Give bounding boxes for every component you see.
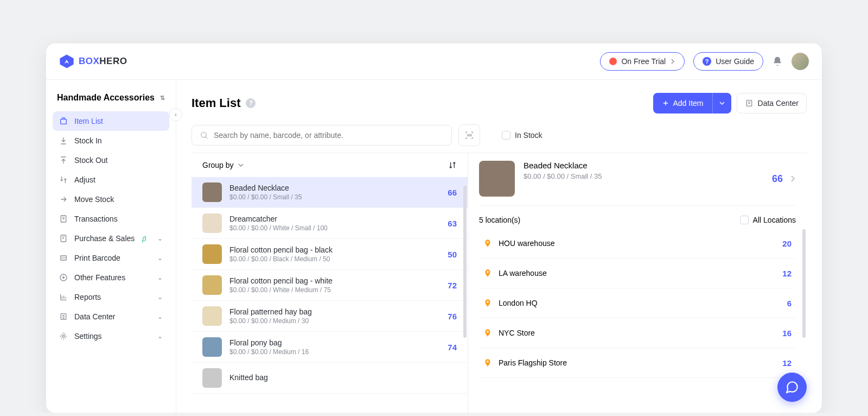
- item-row[interactable]: Knitted bag: [192, 363, 468, 394]
- svg-rect-2: [61, 119, 67, 124]
- free-trial-label: On Free Trial: [621, 57, 666, 66]
- sidebar-item-stock-in[interactable]: Stock In: [53, 131, 169, 150]
- gear-icon: [59, 332, 68, 341]
- chevron-down-icon: ⌄: [157, 254, 163, 262]
- location-count: 5 location(s): [479, 216, 520, 224]
- notifications-icon[interactable]: [772, 56, 783, 67]
- question-icon: ?: [703, 57, 711, 66]
- plus-icon: [662, 99, 669, 107]
- in-stock-filter[interactable]: In Stock: [502, 131, 542, 140]
- location-row[interactable]: Paris Flagship Store 12: [479, 348, 796, 378]
- item-row[interactable]: Dreamcatcher $0.00 / $0.00 / White / Sma…: [192, 208, 468, 239]
- sidebar-item-adjust[interactable]: Adjust: [53, 170, 169, 190]
- item-row[interactable]: Floral cotton pencil bag - black $0.00 /…: [192, 239, 468, 270]
- chevron-down-icon: [719, 100, 725, 106]
- checkbox[interactable]: [740, 216, 749, 224]
- chevron-down-icon: [238, 162, 244, 168]
- item-list[interactable]: Beaded Necklace $0.00 / $0.00 / Small / …: [192, 177, 468, 413]
- item-thumbnail: [202, 306, 222, 326]
- sort-button[interactable]: [448, 161, 457, 169]
- search-input[interactable]: [214, 131, 444, 140]
- item-meta: $0.00 / $0.00 / Black / Medium / 50: [229, 255, 440, 263]
- sidebar-item-settings[interactable]: Settings ⌄: [53, 326, 169, 346]
- chevron-right-icon[interactable]: [790, 175, 796, 182]
- data-center-button[interactable]: Data Center: [737, 93, 807, 114]
- item-meta: $0.00 / $0.00 / Small / 35: [229, 193, 440, 201]
- pin-icon: [483, 298, 492, 308]
- content-split: Group by Beaded Necklace $0.00 / $0.00 /…: [192, 153, 807, 413]
- sidebar-item-print-barcode[interactable]: Print Barcode ⌄: [53, 248, 169, 268]
- item-quantity: 63: [448, 219, 457, 228]
- free-trial-button[interactable]: On Free Trial: [600, 52, 685, 71]
- chevron-down-icon: ⌄: [157, 235, 163, 242]
- location-row[interactable]: HOU warehouse 20: [479, 229, 796, 259]
- chevron-down-icon: ⌄: [157, 274, 163, 281]
- all-locations-label: All Locations: [753, 216, 796, 224]
- user-guide-button[interactable]: ? User Guide: [693, 52, 763, 71]
- pin-icon: [483, 328, 492, 338]
- sidebar-item-transactions[interactable]: Transactions: [53, 209, 169, 229]
- location-row[interactable]: NYC Store 16: [479, 318, 796, 348]
- item-name: Beaded Necklace: [229, 184, 440, 192]
- item-thumbnail: [202, 213, 222, 233]
- add-item-dropdown[interactable]: [712, 93, 731, 114]
- database-icon: [745, 99, 754, 108]
- plus-circle-icon: [59, 273, 68, 282]
- sidebar-item-stock-out[interactable]: Stock Out: [53, 150, 169, 170]
- logo-icon: [59, 54, 74, 69]
- nav-label: Reports: [74, 293, 101, 301]
- scrollbar[interactable]: [463, 186, 467, 338]
- arrow-right-icon: [59, 195, 68, 204]
- scrollbar[interactable]: [802, 229, 806, 338]
- item-row[interactable]: Beaded Necklace $0.00 / $0.00 / Small / …: [192, 177, 468, 208]
- workspace-selector[interactable]: Handmade Accessories ⇅: [53, 91, 169, 111]
- item-quantity: 66: [448, 188, 457, 197]
- user-guide-label: User Guide: [716, 57, 754, 66]
- help-icon[interactable]: ?: [246, 98, 256, 108]
- main-content: Item List ? Add Item: [176, 80, 822, 413]
- avatar[interactable]: [792, 53, 809, 70]
- box-icon: [59, 117, 68, 125]
- group-by-dropdown[interactable]: Group by: [202, 161, 244, 169]
- item-row[interactable]: Floral pony bag $0.00 / $0.00 / Medium /…: [192, 332, 468, 363]
- all-locations-toggle[interactable]: All Locations: [740, 216, 796, 224]
- chat-button[interactable]: [777, 373, 807, 402]
- nav-label: Data Center: [74, 312, 115, 321]
- nav-label: Settings: [74, 332, 102, 341]
- in-stock-label: In Stock: [515, 131, 542, 140]
- header: BOXHERO On Free Trial ? User Guide: [46, 43, 822, 80]
- item-quantity: 74: [448, 343, 457, 352]
- pin-icon: [483, 238, 492, 248]
- scan-icon: [464, 130, 474, 140]
- sidebar-item-purchase-sales[interactable]: Purchase & Sales β ⌄: [53, 229, 169, 248]
- item-thumbnail: [202, 182, 222, 202]
- alert-icon: [609, 58, 617, 65]
- logo[interactable]: BOXHERO: [59, 54, 127, 69]
- detail-quantity: 66: [772, 173, 783, 185]
- sidebar-item-move-stock[interactable]: Move Stock: [53, 190, 169, 209]
- receipt-icon: [59, 215, 68, 223]
- document-icon: [59, 234, 68, 243]
- nav-label: Stock Out: [74, 156, 107, 165]
- sidebar-item-data-center[interactable]: Data Center ⌄: [53, 307, 169, 326]
- location-name: Paris Flagship Store: [499, 358, 776, 367]
- search-box[interactable]: [192, 125, 452, 146]
- sidebar-item-other-features[interactable]: Other Features ⌄: [53, 268, 169, 287]
- sidebar-item-item-list[interactable]: Item List: [53, 111, 169, 131]
- checkbox[interactable]: [502, 131, 510, 140]
- location-row[interactable]: LA warehouse 12: [479, 259, 796, 288]
- add-item-button[interactable]: Add Item: [653, 93, 712, 114]
- item-row[interactable]: Floral cotton pencil bag - white $0.00 /…: [192, 270, 468, 301]
- item-name: Knitted bag: [229, 373, 449, 382]
- sidebar-item-reports[interactable]: Reports ⌄: [53, 287, 169, 307]
- scan-barcode-button[interactable]: [458, 124, 480, 146]
- location-row[interactable]: London HQ 6: [479, 288, 796, 318]
- item-name: Dreamcatcher: [229, 215, 440, 223]
- location-quantity: 12: [782, 269, 792, 278]
- nav-label: Other Features: [74, 273, 125, 282]
- item-row[interactable]: Floral patterned hay bag $0.00 / $0.00 /…: [192, 301, 468, 332]
- svg-point-8: [62, 335, 65, 337]
- sidebar-collapse-button[interactable]: ‹: [169, 108, 182, 121]
- detail-header: Beaded Necklace $0.00 / $0.00 / Small / …: [479, 161, 796, 206]
- toolbar: In Stock: [192, 124, 807, 146]
